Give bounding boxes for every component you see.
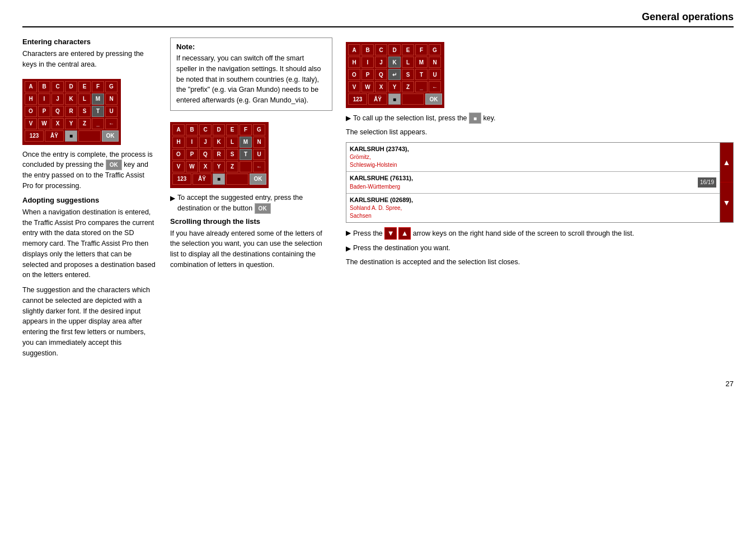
key-B[interactable]: B	[38, 81, 50, 92]
k2-K[interactable]: K	[213, 137, 225, 148]
sel-entry-3[interactable]: KARLSRUHE (02689), Sohland A. D. Spree,S…	[346, 194, 720, 222]
k3-K[interactable]: K	[388, 57, 401, 68]
k2-I[interactable]: I	[186, 137, 198, 148]
k3-arrow[interactable]: ↵	[388, 69, 401, 80]
key-underscore[interactable]: _	[92, 118, 104, 129]
key-R[interactable]: R	[65, 106, 77, 117]
key-ok[interactable]: OK	[102, 130, 119, 142]
nav-down-key[interactable]: ▼	[384, 227, 397, 240]
key-H[interactable]: H	[25, 93, 37, 105]
k3-D[interactable]: D	[388, 44, 401, 55]
key-F[interactable]: F	[92, 81, 104, 92]
key-K[interactable]: K	[65, 93, 77, 105]
k3-backspace[interactable]: ←	[429, 81, 441, 92]
k3-X[interactable]: X	[375, 81, 387, 92]
k2-backspace[interactable]: ←	[253, 161, 265, 172]
k2-P[interactable]: P	[186, 149, 198, 160]
key-I[interactable]: I	[38, 93, 50, 105]
k2-U[interactable]: U	[253, 149, 265, 160]
sel-key-block[interactable]: ■	[469, 113, 481, 124]
k2-blank[interactable]	[240, 161, 252, 172]
k3-space[interactable]	[402, 93, 424, 105]
key-U[interactable]: U	[105, 106, 118, 117]
k3-123[interactable]: 123	[348, 93, 367, 105]
k2-A[interactable]: A	[172, 124, 185, 135]
k2-L[interactable]: L	[226, 137, 238, 148]
k2-123[interactable]: 123	[172, 174, 191, 185]
k2-J[interactable]: J	[199, 137, 212, 148]
k3-J[interactable]: J	[375, 57, 387, 68]
k3-A[interactable]: A	[348, 44, 360, 55]
k3-Z[interactable]: Z	[402, 81, 414, 92]
key-Q[interactable]: Q	[51, 106, 64, 117]
k3-L[interactable]: L	[402, 57, 414, 68]
k2-H[interactable]: H	[172, 137, 185, 148]
k2-M[interactable]: M	[240, 137, 252, 148]
nav-up-key[interactable]: ▲	[398, 227, 411, 240]
k3-block[interactable]: ■	[388, 93, 401, 105]
key-J[interactable]: J	[51, 93, 64, 105]
k2-N[interactable]: N	[253, 137, 265, 148]
key-W[interactable]: W	[38, 118, 50, 129]
key-Z[interactable]: Z	[78, 118, 91, 129]
k3-Y[interactable]: Y	[388, 81, 401, 92]
k2-Q[interactable]: Q	[199, 149, 212, 160]
k3-ok[interactable]: OK	[425, 93, 442, 105]
k2-block[interactable]: ■	[213, 174, 225, 185]
k2-B[interactable]: B	[186, 124, 198, 135]
k3-P[interactable]: P	[361, 69, 374, 80]
key-123[interactable]: 123	[25, 130, 44, 142]
k2-D[interactable]: D	[213, 124, 225, 135]
sel-entry-2[interactable]: KARLSRUHE (76131), Baden-Württemberg 16/…	[346, 172, 720, 193]
key-E[interactable]: E	[78, 81, 91, 92]
k3-H[interactable]: H	[348, 57, 360, 68]
k3-N[interactable]: N	[429, 57, 441, 68]
k3-W[interactable]: W	[361, 81, 374, 92]
key-G[interactable]: G	[105, 81, 118, 92]
k2-F[interactable]: F	[240, 124, 252, 135]
key-block[interactable]: ■	[65, 130, 77, 142]
key-backspace[interactable]: ←	[105, 118, 118, 129]
k3-V[interactable]: V	[348, 81, 360, 92]
ok-button-inline-2[interactable]: OK	[255, 203, 271, 214]
key-P[interactable]: P	[38, 106, 50, 117]
k2-E[interactable]: E	[226, 124, 238, 135]
k2-W[interactable]: W	[186, 161, 198, 172]
k3-E[interactable]: E	[402, 44, 414, 55]
key-C[interactable]: C	[51, 81, 64, 92]
k3-M[interactable]: M	[415, 57, 428, 68]
key-special-chars[interactable]: ÅŸ	[45, 130, 64, 142]
k2-T[interactable]: T	[240, 149, 252, 160]
k2-Z[interactable]: Z	[226, 161, 238, 172]
k3-U[interactable]: U	[429, 69, 441, 80]
key-A[interactable]: A	[25, 81, 37, 92]
k2-O[interactable]: O	[172, 149, 185, 160]
ok-button-inline[interactable]: OK	[106, 160, 122, 170]
k2-space[interactable]	[226, 174, 248, 185]
k2-V[interactable]: V	[172, 161, 185, 172]
key-V[interactable]: V	[25, 118, 37, 129]
scroll-up-button[interactable]: ▲	[720, 143, 733, 183]
k3-B[interactable]: B	[361, 44, 374, 55]
k2-G[interactable]: G	[253, 124, 265, 135]
k2-special-chars[interactable]: ÅŸ	[192, 174, 212, 185]
sel-entry-1[interactable]: KARLSRUH (23743), Grömitz,Schleswig-Hols…	[346, 143, 720, 172]
k2-R[interactable]: R	[213, 149, 225, 160]
key-O[interactable]: O	[25, 106, 37, 117]
key-space[interactable]	[78, 130, 101, 142]
key-T-highlight[interactable]: T	[92, 106, 104, 117]
k3-O[interactable]: O	[348, 69, 360, 80]
key-N[interactable]: N	[105, 93, 118, 105]
key-D[interactable]: D	[65, 81, 77, 92]
key-S[interactable]: S	[78, 106, 91, 117]
k3-Q[interactable]: Q	[375, 69, 387, 80]
k3-C[interactable]: C	[375, 44, 387, 55]
key-X[interactable]: X	[51, 118, 64, 129]
k2-X[interactable]: X	[199, 161, 212, 172]
scroll-down-button[interactable]: ▼	[720, 182, 733, 222]
k3-G[interactable]: G	[429, 44, 441, 55]
k3-T[interactable]: T	[415, 69, 428, 80]
k3-I[interactable]: I	[361, 57, 374, 68]
key-L[interactable]: L	[78, 93, 91, 105]
k2-S[interactable]: S	[226, 149, 238, 160]
